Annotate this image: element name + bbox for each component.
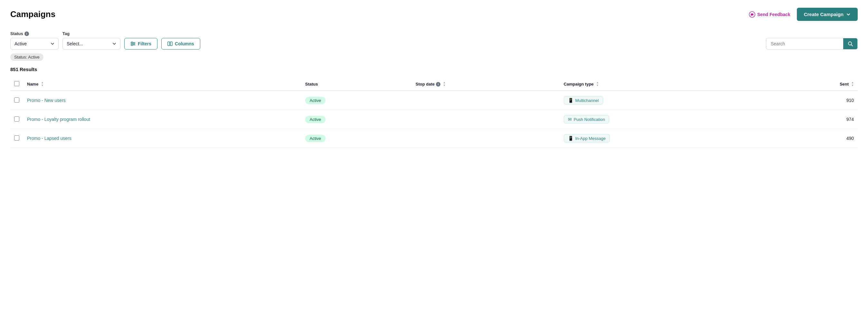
row-checkbox-2[interactable]	[14, 135, 19, 140]
campaign-type-badge: ✉ Push Notification	[564, 115, 610, 124]
campaign-type-sort-icon[interactable]: ▲▼	[596, 81, 599, 87]
row-checkbox-cell	[10, 129, 23, 148]
page-title: Campaigns	[10, 9, 55, 19]
row-name: Promo - New users	[23, 91, 301, 110]
status-info-icon: i	[25, 32, 29, 36]
results-count: 851 Results	[10, 67, 858, 72]
campaign-link-0[interactable]: Promo - New users	[27, 98, 66, 103]
filters-button[interactable]: Filters	[124, 38, 157, 50]
row-sent: 490	[772, 129, 858, 148]
tag-filter-group: Tag Select...	[62, 31, 120, 50]
search-wrapper	[766, 38, 858, 50]
name-sort-icon[interactable]: ▲▼	[41, 81, 43, 87]
table-row: Promo - Loyalty program rollout Active ✉…	[10, 110, 858, 129]
type-icon: 📱	[568, 98, 574, 103]
type-icon: 📱	[568, 136, 574, 141]
search-button[interactable]	[843, 38, 858, 50]
row-sent: 910	[772, 91, 858, 110]
col-header-stop-date: Stop date i ▲▼	[412, 78, 560, 91]
table-row: Promo - New users Active 📱 Multichannel …	[10, 91, 858, 110]
row-campaign-type: 📱 In-App Message	[560, 129, 772, 148]
columns-icon	[167, 41, 173, 46]
row-stop-date	[412, 110, 560, 129]
svg-line-10	[851, 45, 852, 46]
type-icon: ✉	[568, 117, 572, 122]
chevron-down-icon	[846, 12, 850, 17]
row-status: Active	[301, 91, 412, 110]
create-campaign-button[interactable]: Create Campaign	[797, 8, 858, 21]
status-badge: Active	[305, 97, 326, 104]
status-badge: Active	[305, 116, 326, 123]
row-checkbox-0[interactable]	[14, 97, 19, 103]
active-filter-chip: Status: Active	[10, 54, 43, 61]
columns-button[interactable]: Columns	[161, 38, 200, 50]
campaign-type-badge: 📱 In-App Message	[564, 134, 610, 142]
feedback-icon	[749, 11, 755, 18]
svg-point-5	[133, 43, 134, 44]
svg-point-4	[131, 42, 133, 43]
filters-row: Status i Active Inactive Draft Tag	[10, 31, 858, 50]
campaigns-table: Name ▲▼ Status Stop date i ▲▼	[10, 78, 858, 148]
header-actions: Send Feedback Create Campaign	[749, 8, 858, 21]
page-header: Campaigns Send Feedback Create Campaign	[10, 8, 858, 21]
svg-point-6	[131, 44, 133, 46]
tag-filter-label: Tag	[62, 31, 120, 36]
row-stop-date	[412, 129, 560, 148]
send-feedback-button[interactable]: Send Feedback	[749, 11, 790, 18]
select-all-header	[10, 78, 23, 91]
tag-select[interactable]: Select...	[62, 38, 120, 50]
row-campaign-type: ✉ Push Notification	[560, 110, 772, 129]
row-checkbox-cell	[10, 91, 23, 110]
row-sent: 974	[772, 110, 858, 129]
filters-icon	[130, 41, 135, 46]
campaign-link-2[interactable]: Promo - Lapsed users	[27, 136, 71, 141]
col-header-campaign-type: Campaign type ▲▼	[560, 78, 772, 91]
status-filter-group: Status i Active Inactive Draft	[10, 31, 59, 50]
col-header-status: Status	[301, 78, 412, 91]
row-checkbox-1[interactable]	[14, 117, 19, 122]
status-select[interactable]: Active Inactive Draft	[10, 38, 59, 50]
table-row: Promo - Lapsed users Active 📱 In-App Mes…	[10, 129, 858, 148]
status-badge: Active	[305, 135, 326, 142]
stop-date-sort-icon[interactable]: ▲▼	[443, 81, 445, 87]
row-name: Promo - Lapsed users	[23, 129, 301, 148]
table-header-row: Name ▲▼ Status Stop date i ▲▼	[10, 78, 858, 91]
col-header-name: Name ▲▼	[23, 78, 301, 91]
row-status: Active	[301, 129, 412, 148]
status-filter-label: Status i	[10, 31, 59, 36]
row-checkbox-cell	[10, 110, 23, 129]
row-campaign-type: 📱 Multichannel	[560, 91, 772, 110]
col-header-sent: Sent ▲▼	[772, 78, 858, 91]
campaign-type-badge: 📱 Multichannel	[564, 96, 603, 104]
svg-rect-7	[168, 42, 170, 46]
campaign-link-1[interactable]: Promo - Loyalty program rollout	[27, 117, 90, 122]
row-status: Active	[301, 110, 412, 129]
row-name: Promo - Loyalty program rollout	[23, 110, 301, 129]
tag-select-wrapper: Select...	[62, 38, 120, 50]
row-stop-date	[412, 91, 560, 110]
svg-rect-8	[170, 42, 172, 46]
search-icon	[848, 41, 853, 46]
status-select-wrapper: Active Inactive Draft	[10, 38, 59, 50]
sent-sort-icon[interactable]: ▲▼	[851, 81, 854, 87]
stop-date-info-icon: i	[436, 82, 440, 87]
search-input[interactable]	[766, 38, 843, 50]
select-all-checkbox[interactable]	[14, 81, 19, 86]
